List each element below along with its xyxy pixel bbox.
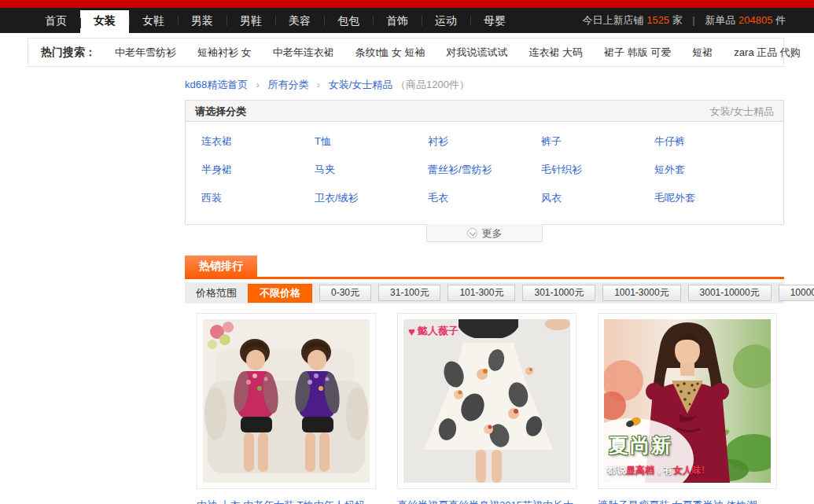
- main-content: kd68精选首页 › 所有分类 › 女装/女士精品 （商品1200件） 请选择分…: [185, 78, 784, 504]
- category-link-jeans[interactable]: 牛仔裤: [654, 134, 768, 149]
- category-box-header: 请选择分类 女装/女士精品: [186, 101, 783, 122]
- brand-name: 懿人薇子: [418, 324, 459, 338]
- stats-items-count: 204805: [738, 14, 772, 26]
- breadcrumb-item-count: （商品1200件）: [396, 79, 470, 90]
- price-filter-31-100[interactable]: 31-100元: [378, 285, 440, 301]
- product-image[interactable]: [197, 313, 376, 489]
- hot-search-keyword[interactable]: 条纹t恤 女 短袖: [355, 46, 425, 60]
- category-link-lace-chiffon[interactable]: 蕾丝衫/雪纺衫: [428, 163, 541, 177]
- nav-item-men-shoes[interactable]: 男鞋: [227, 8, 275, 33]
- hot-sales-tab-bar: 热销排行: [185, 256, 784, 279]
- category-link-tshirt[interactable]: T恤: [315, 134, 428, 149]
- overlay-sub-highlight: 女人味!: [673, 465, 705, 476]
- nav-item-jewelry[interactable]: 首饰: [373, 8, 422, 33]
- price-filter-unlimited[interactable]: 不限价格: [248, 284, 312, 303]
- overlay-sub-part: 都说: [607, 465, 626, 476]
- more-button-label: 更多: [482, 226, 503, 241]
- category-link-wool-coat[interactable]: 毛呢外套: [654, 191, 768, 205]
- breadcrumb-current-category-link[interactable]: 女装/女士精品: [329, 79, 393, 90]
- product-title-link[interactable]: 遮肚子显瘦夏装 女夏季半袖 体恤潮2015 新款 纱网T恤妈妈装 韩版 短袖: [598, 498, 775, 504]
- product-list: 中袖 上衣 中老年女装 T恤中年人妈妈40 夏装 50岁夏季大码 短袖 雪纺衫: [185, 313, 784, 504]
- category-box-title: 请选择分类: [195, 101, 246, 121]
- price-filter-101-300[interactable]: 101-300元: [448, 285, 515, 301]
- heart-icon: ♥: [408, 326, 415, 337]
- product-image[interactable]: 夏尚新 都说显高档，有女人味!: [598, 313, 777, 489]
- nav-item-sports[interactable]: 运动: [422, 8, 470, 33]
- stats-shops-count: 1525: [646, 14, 669, 26]
- nav-item-beauty[interactable]: 美容: [275, 8, 324, 33]
- hot-search-keyword[interactable]: 短裙: [692, 46, 713, 60]
- tab-hot-sales-ranking[interactable]: 热销排行: [185, 256, 257, 277]
- chevron-down-icon: [467, 228, 477, 238]
- nav-item-baby[interactable]: 母婴: [470, 8, 519, 33]
- new-arrivals-stats: 今日上新店铺 1525 家 | 新单品 204805 件: [583, 8, 786, 33]
- product-title-link[interactable]: 中袖 上衣 中老年女装 T恤中年人妈妈40 夏装 50岁夏季大码 短袖 雪纺衫: [197, 498, 374, 504]
- nav-item-women-shoes[interactable]: 女鞋: [129, 8, 178, 33]
- price-range-label: 价格范围: [196, 286, 237, 300]
- overlay-sub-part: ，有: [654, 465, 673, 476]
- product-image[interactable]: ♥ 懿人薇子: [397, 313, 576, 489]
- image-overlay-headline: 夏尚新: [609, 432, 672, 458]
- category-link-suit[interactable]: 西装: [201, 191, 315, 205]
- hot-search-keyword[interactable]: 中老年雪纺衫: [115, 46, 176, 60]
- category-link-hoodie[interactable]: 卫衣/绒衫: [315, 191, 428, 205]
- category-link-dresses[interactable]: 连衣裙: [201, 134, 315, 149]
- category-link-short-coat[interactable]: 短外套: [654, 163, 768, 177]
- category-link-vest[interactable]: 马夹: [315, 163, 428, 177]
- hot-search-keyword[interactable]: 中老年连衣裙: [273, 46, 334, 60]
- product-photo-floral-skirt: [403, 319, 570, 483]
- category-link-shirt[interactable]: 衬衫: [428, 134, 541, 149]
- hot-search-bar: 热门搜索： 中老年雪纺衫 短袖衬衫 女 中老年连衣裙 条纹t恤 女 短袖 对我说…: [28, 38, 784, 67]
- stats-shops-unit: 家: [672, 14, 683, 26]
- stats-items-unit: 件: [775, 14, 786, 26]
- more-button-wrap: 更多: [185, 224, 784, 242]
- breadcrumb-separator: ›: [256, 79, 260, 90]
- price-filter-0-30[interactable]: 0-30元: [319, 285, 371, 301]
- hot-search-keyword[interactable]: 裙子 韩版 可爱: [604, 46, 671, 60]
- price-filter-301-1000[interactable]: 301-1000元: [522, 285, 595, 301]
- category-link-pants[interactable]: 裤子: [541, 134, 654, 149]
- brand-watermark: ♥ 懿人薇子: [408, 324, 459, 338]
- stats-items-label: 新单品: [705, 14, 735, 26]
- nav-item-bags[interactable]: 包包: [324, 8, 373, 33]
- product-card: ♥ 懿人薇子 真丝半裙夏真丝半身裙2015花裙中长大摆 真丝印花半身裙桑蚕丝半裙: [397, 313, 576, 504]
- stats-shops-label: 今日上新店铺: [583, 14, 644, 26]
- product-card: 中袖 上衣 中老年女装 T恤中年人妈妈40 夏装 50岁夏季大码 短袖 雪纺衫: [197, 313, 376, 504]
- main-nav: 首页 女装 女鞋 男装 男鞋 美容 包包 首饰 运动 母婴 今日上新店铺 152…: [0, 8, 814, 33]
- top-red-strip: [0, 0, 814, 8]
- hot-search-keyword[interactable]: zara 正品 代购: [734, 46, 801, 60]
- breadcrumb-all-categories-link[interactable]: 所有分类: [267, 79, 308, 90]
- price-filter-1001-3000[interactable]: 1001-3000元: [602, 285, 680, 301]
- hot-search-keyword[interactable]: 连衣裙 大码: [529, 46, 583, 60]
- overlay-sub-highlight: 显高档: [626, 465, 654, 476]
- price-filter-row: 价格范围 不限价格 0-30元 31-100元 101-300元 301-100…: [185, 282, 784, 304]
- category-link-skirt[interactable]: 半身裙: [201, 163, 315, 177]
- price-filter-3001-10000[interactable]: 3001-10000元: [688, 285, 772, 301]
- breadcrumb: kd68精选首页 › 所有分类 › 女装/女士精品 （商品1200件）: [185, 78, 784, 92]
- breadcrumb-home-link[interactable]: kd68精选首页: [185, 79, 248, 90]
- category-box-current-label: 女装/女士精品: [709, 101, 774, 121]
- hot-search-label: 热门搜索：: [41, 46, 96, 60]
- hot-search-keyword[interactable]: 对我说谎试试: [446, 46, 507, 60]
- breadcrumb-separator: ›: [317, 79, 320, 90]
- stats-divider: |: [692, 14, 694, 26]
- category-grid: 连衣裙 T恤 衬衫 裤子 牛仔裤 半身裙 马夹 蕾丝衫/雪纺衫 毛针织衫 短外套…: [186, 122, 783, 224]
- category-link-sweater[interactable]: 毛衣: [428, 191, 541, 205]
- category-box: 请选择分类 女装/女士精品 连衣裙 T恤 衬衫 裤子 牛仔裤 半身裙 马夹 蕾丝…: [185, 100, 784, 225]
- nav-item-men-clothing[interactable]: 男装: [178, 8, 227, 33]
- price-filter-10000-plus[interactable]: 10000元以上: [779, 285, 814, 301]
- product-photo-two-women-sofa: [203, 319, 370, 483]
- nav-item-home[interactable]: 首页: [31, 8, 80, 33]
- product-title-link[interactable]: 真丝半裙夏真丝半身裙2015花裙中长大摆 真丝印花半身裙桑蚕丝半裙: [397, 498, 575, 504]
- hot-search-keyword[interactable]: 短袖衬衫 女: [197, 46, 252, 60]
- category-link-knitwear[interactable]: 毛针织衫: [541, 163, 654, 177]
- image-overlay-subtitle: 都说显高档，有女人味!: [607, 464, 705, 477]
- nav-item-women-clothing[interactable]: 女装: [80, 10, 129, 33]
- product-card: 夏尚新 都说显高档，有女人味! 遮肚子显瘦夏装 女夏季半袖 体恤潮2015 新款…: [598, 313, 777, 504]
- more-button[interactable]: 更多: [426, 224, 543, 242]
- category-link-trench[interactable]: 风衣: [541, 191, 654, 205]
